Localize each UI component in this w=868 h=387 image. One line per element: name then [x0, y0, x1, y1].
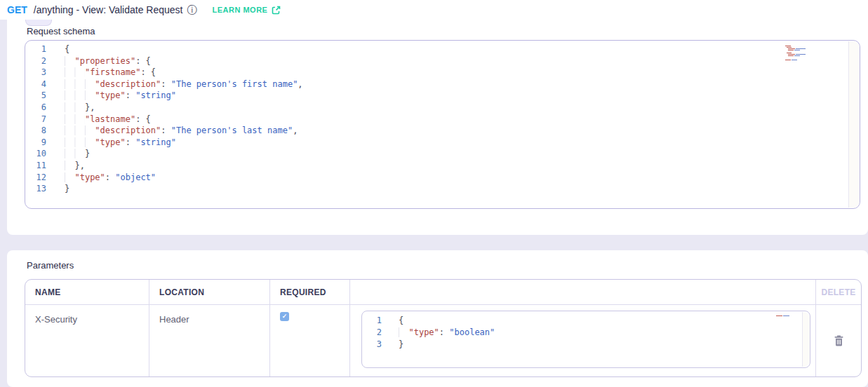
- column-header-required: REQUIRED: [270, 280, 350, 304]
- request-schema-label: Request schema: [27, 26, 95, 36]
- delete-param-button[interactable]: [831, 332, 847, 349]
- route-title: /anything - View: Validate Request: [34, 4, 183, 15]
- request-schema-editor[interactable]: 12345678910111213 { "properties": { "fir…: [25, 40, 860, 209]
- param-name-cell: X-Security: [25, 305, 149, 376]
- learn-more-label: LEARN MORE: [213, 6, 268, 14]
- info-icon[interactable]: ⓘ: [187, 5, 197, 15]
- minimap[interactable]: [775, 314, 799, 318]
- parameters-label: Parameters: [27, 260, 74, 271]
- code-content[interactable]: { "properties": { "firstname": { "descri…: [63, 41, 860, 208]
- line-numbers: 123: [362, 311, 397, 367]
- partial-toggle: [25, 20, 52, 26]
- column-header-name: NAME: [25, 280, 149, 304]
- parameters-table: NAME LOCATION REQUIRED DELETE X-Security…: [25, 279, 862, 377]
- scrollbar-track[interactable]: [802, 312, 810, 367]
- route-header: GET /anything - View: Validate Request ⓘ…: [0, 0, 868, 20]
- param-required-cell: [270, 305, 350, 376]
- minimap[interactable]: [784, 44, 812, 62]
- param-schema-editor[interactable]: 123 { "type": "boolean"}: [361, 311, 810, 368]
- required-checkbox[interactable]: [280, 312, 289, 321]
- table-row: X-Security Header 123 { "type": "boolean…: [25, 305, 861, 376]
- table-header-row: NAME LOCATION REQUIRED DELETE: [25, 280, 861, 305]
- trash-icon: [834, 335, 844, 346]
- parameters-card: Parameters NAME LOCATION REQUIRED DELETE…: [7, 250, 868, 387]
- scrollbar-track[interactable]: [848, 41, 860, 208]
- request-schema-card: Request schema 12345678910111213 { "prop…: [7, 20, 868, 235]
- column-header-location: LOCATION: [149, 280, 270, 304]
- param-schema-cell: 123 { "type": "boolean"}: [350, 305, 816, 376]
- code-content[interactable]: { "type": "boolean"}: [397, 311, 810, 367]
- learn-more-link[interactable]: LEARN MORE: [213, 6, 281, 15]
- line-numbers: 12345678910111213: [25, 41, 63, 208]
- external-link-icon: [272, 6, 281, 15]
- http-method-badge: GET: [7, 4, 27, 15]
- column-header-schema: [350, 280, 816, 304]
- param-location-cell: Header: [149, 305, 270, 376]
- param-delete-cell: [816, 305, 861, 376]
- column-header-delete: DELETE: [816, 280, 861, 304]
